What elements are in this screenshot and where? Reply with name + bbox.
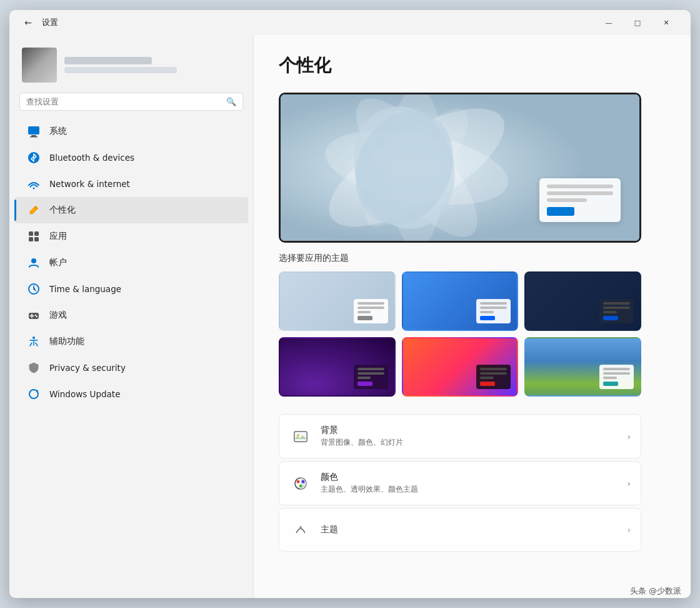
theme-option-light[interactable] <box>279 271 396 331</box>
user-profile <box>9 41 253 93</box>
colors-icon <box>289 472 312 495</box>
theme-option-landscape[interactable] <box>524 337 641 397</box>
sidebar-item-network[interactable]: Network & internet <box>14 171 248 197</box>
svg-point-32 <box>299 484 302 487</box>
sidebar-item-privacy[interactable]: Privacy & security <box>14 355 248 381</box>
sidebar-item-update[interactable]: Windows Update <box>14 381 248 407</box>
svg-point-14 <box>35 315 36 316</box>
svg-rect-8 <box>34 237 39 241</box>
sidebar-item-label-network: Network & internet <box>49 179 130 189</box>
svg-rect-1 <box>31 135 36 136</box>
sidebar-item-gaming[interactable]: 游戏 <box>14 302 248 328</box>
themes-title: 主题 <box>321 524 627 535</box>
svg-point-30 <box>297 480 300 483</box>
avatar <box>22 48 57 83</box>
sidebar-nav: 系统 Bluetooth & devices Network & interne… <box>9 118 253 407</box>
svg-point-4 <box>33 188 35 190</box>
update-icon <box>27 387 41 401</box>
sidebar-item-label-time: Time & language <box>49 284 121 294</box>
page-title: 个性化 <box>279 54 666 78</box>
sidebar-item-label-personalization: 个性化 <box>49 205 76 216</box>
sidebar-item-label-accessibility: 辅助功能 <box>49 336 84 347</box>
background-icon <box>289 425 312 448</box>
theme-option-dark[interactable] <box>524 271 641 331</box>
themes-chevron: › <box>627 525 631 535</box>
window-title: 设置 <box>42 17 58 28</box>
background-chevron: › <box>627 432 631 442</box>
content-area: 🔍 系统 Bluetooth & devices <box>9 35 691 598</box>
sidebar-item-system[interactable]: 系统 <box>14 118 248 144</box>
theme-option-colorful[interactable] <box>402 337 519 397</box>
sidebar-item-accessibility[interactable]: 辅助功能 <box>14 328 248 355</box>
close-button[interactable]: ✕ <box>652 13 681 33</box>
titlebar: ← 设置 — □ ✕ <box>9 10 691 35</box>
theme-option-purple[interactable] <box>279 337 396 397</box>
sidebar-item-personalization[interactable]: 个性化 <box>14 197 248 223</box>
svg-point-15 <box>36 316 38 317</box>
sidebar-item-label-apps: 应用 <box>49 231 67 242</box>
colors-title: 颜色 <box>321 472 627 483</box>
svg-rect-6 <box>34 231 39 236</box>
sidebar-item-apps[interactable]: 应用 <box>14 223 248 250</box>
svg-rect-5 <box>29 231 33 236</box>
accounts-icon <box>27 256 41 270</box>
minimize-button[interactable]: — <box>594 13 623 33</box>
back-button[interactable]: ← <box>19 14 37 31</box>
theme-card <box>539 178 621 222</box>
main-content: 个性化 <box>253 35 691 598</box>
sidebar-item-time[interactable]: Time & language <box>14 276 248 302</box>
background-title: 背景 <box>321 425 627 436</box>
settings-item-background[interactable]: 背景 背景图像、颜色、幻灯片 › <box>279 414 641 459</box>
sidebar-item-label-update: Windows Update <box>49 389 120 399</box>
sidebar: 🔍 系统 Bluetooth & devices <box>9 35 253 598</box>
svg-point-33 <box>299 526 302 529</box>
apps-icon <box>27 230 41 243</box>
search-input[interactable] <box>26 97 221 106</box>
system-icon <box>27 124 41 138</box>
user-name-blur <box>64 57 152 64</box>
search-icon: 🔍 <box>226 97 236 106</box>
sidebar-item-label-system: 系统 <box>49 126 67 137</box>
colors-chevron: › <box>627 479 631 489</box>
theme-select-label: 选择要应用的主题 <box>279 253 666 264</box>
svg-rect-7 <box>29 237 33 241</box>
settings-item-themes[interactable]: 主题 › <box>279 508 641 552</box>
theme-option-blue[interactable] <box>402 271 519 331</box>
colors-subtitle: 主题色、透明效果、颜色主题 <box>321 484 627 495</box>
settings-list: 背景 背景图像、颜色、幻灯片 › 颜色 主题色、透明效果、颜色主题 › <box>279 414 641 552</box>
svg-rect-2 <box>30 136 38 138</box>
sidebar-item-accounts[interactable]: 帐户 <box>14 250 248 276</box>
background-subtitle: 背景图像、颜色、幻灯片 <box>321 437 627 448</box>
theme-preview <box>279 93 641 243</box>
watermark: 头条 @少数派 <box>630 585 681 597</box>
settings-item-colors[interactable]: 颜色 主题色、透明效果、颜色主题 › <box>279 461 641 505</box>
privacy-icon <box>27 361 41 375</box>
window-controls: — □ ✕ <box>594 13 681 33</box>
sidebar-item-bluetooth[interactable]: Bluetooth & devices <box>14 144 248 171</box>
user-email-blur <box>64 67 177 73</box>
svg-point-16 <box>32 337 35 339</box>
gaming-icon <box>27 308 41 322</box>
user-info <box>64 57 177 73</box>
maximize-button[interactable]: □ <box>623 13 652 33</box>
bluetooth-icon <box>27 151 41 165</box>
sidebar-item-label-bluetooth: Bluetooth & devices <box>49 153 134 163</box>
svg-rect-27 <box>294 432 307 442</box>
svg-point-31 <box>302 480 305 483</box>
svg-point-9 <box>31 258 36 263</box>
personalization-icon <box>27 203 41 217</box>
accessibility-icon <box>27 335 41 348</box>
sidebar-item-label-privacy: Privacy & security <box>49 363 126 373</box>
sidebar-item-label-accounts: 帐户 <box>49 257 67 268</box>
themes-icon <box>289 519 312 541</box>
svg-rect-0 <box>28 126 39 134</box>
network-icon <box>27 177 41 191</box>
search-box: 🔍 <box>19 93 243 111</box>
sidebar-item-label-gaming: 游戏 <box>49 310 67 321</box>
settings-window: ← 设置 — □ ✕ 🔍 <box>9 10 691 598</box>
time-icon <box>27 282 41 296</box>
theme-grid <box>279 271 641 397</box>
